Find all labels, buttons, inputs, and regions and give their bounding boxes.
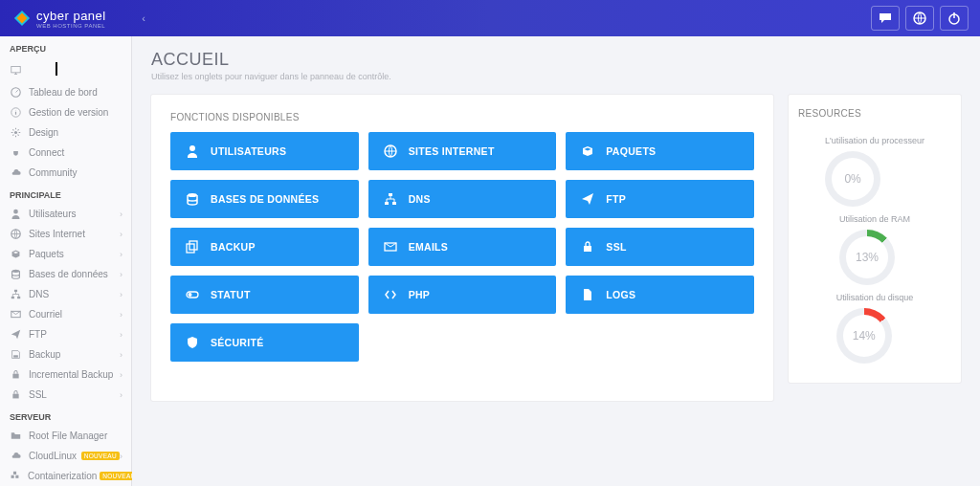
chevron-right-icon: › — [120, 390, 122, 400]
nav-item-label: CloudLinux — [29, 451, 78, 461]
toggle-icon — [186, 288, 199, 301]
function-card-utilisateurs[interactable]: UTILISATEURS — [170, 132, 359, 170]
chevron-right-icon: › — [120, 230, 122, 239]
nav-item-root-file-manager[interactable]: Root File Manager — [0, 426, 132, 446]
power-button[interactable] — [940, 6, 969, 31]
function-card-label: BACKUP — [211, 241, 256, 253]
nav-item-label: Tableau de bord — [29, 87, 122, 98]
send-icon — [581, 192, 594, 206]
page-title: ACCUEIL — [151, 50, 961, 70]
sitemap-icon — [384, 192, 397, 206]
users-icon — [186, 144, 199, 158]
nav-item-paquets[interactable]: Paquets› — [0, 244, 132, 264]
gauge: 14% — [836, 308, 892, 364]
shield-icon — [186, 336, 199, 349]
chevron-right-icon: › — [120, 250, 122, 259]
envelope-icon — [384, 240, 397, 254]
database-icon — [10, 269, 21, 279]
nav-item-containerization[interactable]: ContainerizationNOUVEAU› — [0, 466, 132, 486]
brand-tagline: WEB HOSTING PANEL — [36, 23, 106, 29]
chevron-right-icon: › — [120, 350, 122, 360]
nav-item-host[interactable] — [0, 57, 132, 82]
cog-icon — [10, 127, 21, 138]
function-card-emails[interactable]: EMAILS — [368, 228, 557, 266]
function-card-sécurité[interactable]: SÉCURITÉ — [170, 323, 359, 362]
nav-item-incremental-backup[interactable]: Incremental Backup› — [0, 364, 132, 385]
code-icon — [384, 288, 397, 301]
floppy-icon — [11, 349, 21, 360]
lock-icon — [581, 240, 594, 254]
topbar: cyber panel WEB HOSTING PANEL ‹ — [0, 0, 980, 36]
users-icon — [186, 144, 199, 158]
function-card-bases-de-données[interactable]: BASES DE DONNÉES — [170, 180, 359, 218]
globe-icon — [10, 229, 21, 239]
function-card-sites-internet[interactable]: SITES INTERNET — [368, 132, 557, 170]
chevron-right-icon: › — [120, 290, 122, 299]
box-icon — [581, 144, 594, 158]
floppy-icon — [10, 349, 21, 360]
dashboard-icon — [10, 87, 21, 98]
nav-section-header: PRINCIPALE — [0, 183, 132, 204]
nav-item-ssl[interactable]: SSL› — [0, 385, 132, 405]
chevron-right-icon: › — [120, 452, 122, 461]
file-icon — [581, 288, 594, 301]
function-card-backup[interactable]: BACKUP — [170, 228, 359, 266]
nav-item-connect[interactable]: Connect — [0, 143, 132, 163]
functions-panel: FONCTIONS DISPONIBLES UTILISATEURSSITES … — [151, 95, 773, 401]
nav-item-sites-internet[interactable]: Sites Internet› — [0, 224, 132, 244]
nav-item-courriel[interactable]: Courriel› — [0, 304, 132, 324]
header-actions — [871, 6, 972, 31]
nav-item-gestion-de-version[interactable]: Gestion de version — [0, 102, 132, 122]
chevron-right-icon: › — [120, 330, 122, 340]
database-icon — [186, 192, 199, 206]
host-box — [56, 62, 57, 76]
chevron-right-icon: › — [120, 370, 122, 380]
nav-item-utilisateurs[interactable]: Utilisateurs› — [0, 204, 132, 224]
function-card-dns[interactable]: DNS — [368, 180, 557, 218]
nav-item-cloudlinux[interactable]: CloudLinuxNOUVEAU› — [0, 446, 132, 466]
nav-item-label: Courriel — [29, 309, 120, 320]
nav-item-ftp[interactable]: FTP› — [0, 324, 132, 344]
nav-section-header: APERÇU — [0, 36, 132, 57]
cubes-icon — [10, 471, 20, 481]
folder-icon — [11, 431, 21, 441]
function-card-ftp[interactable]: FTP — [566, 180, 754, 218]
cog-icon — [11, 127, 21, 138]
function-card-paquets[interactable]: PAQUETS — [566, 132, 754, 170]
function-card-ssl[interactable]: SSL — [566, 228, 754, 266]
envelope-icon — [384, 240, 397, 254]
nav-item-dns[interactable]: DNS› — [0, 284, 132, 304]
toggle-icon — [186, 288, 199, 301]
nav-item-backup[interactable]: Backup› — [0, 344, 132, 364]
function-card-statut[interactable]: STATUT — [170, 276, 359, 314]
info-icon — [10, 107, 21, 118]
cloud-icon — [11, 167, 21, 178]
brand-logo-icon — [13, 10, 31, 27]
power-icon — [947, 11, 961, 25]
main-content: ACCUEIL Utilisez les onglets pour navigu… — [132, 36, 980, 486]
function-card-label: PHP — [409, 289, 431, 300]
sitemap-icon — [384, 192, 397, 206]
nav-item-community[interactable]: Community — [0, 163, 132, 183]
new-badge: NOUVEAU — [100, 472, 132, 480]
nav-item-label: Sites Internet — [29, 229, 120, 239]
database-icon — [11, 269, 21, 279]
file-icon — [581, 288, 594, 301]
resources-title: RESOURCES — [798, 108, 861, 119]
sidebar-collapse-button[interactable]: ‹ — [132, 0, 155, 36]
nav-item-design[interactable]: Design — [0, 122, 132, 143]
brand[interactable]: cyber panel WEB HOSTING PANEL — [0, 9, 132, 29]
box-icon — [581, 144, 594, 158]
chat-button[interactable] — [871, 6, 900, 31]
gauge-label: Utilisation de RAM — [839, 214, 910, 224]
new-badge: NOUVEAU — [81, 452, 120, 460]
function-card-label: SITES INTERNET — [409, 145, 495, 157]
users-icon — [10, 209, 21, 219]
function-card-php[interactable]: PHP — [368, 276, 557, 314]
nav-item-label: Containerization — [28, 471, 97, 481]
nav-item-tableau-de-bord[interactable]: Tableau de bord — [0, 82, 132, 102]
nav-item-bases-de-données[interactable]: Bases de données› — [0, 264, 132, 284]
cubes-icon — [10, 471, 20, 481]
language-button[interactable] — [905, 6, 934, 31]
function-card-logs[interactable]: LOGS — [566, 276, 754, 314]
